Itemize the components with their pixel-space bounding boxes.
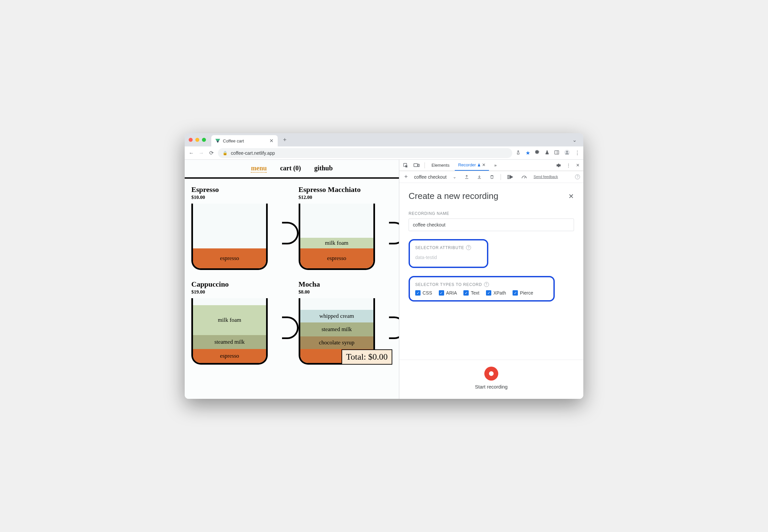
profile-icon[interactable] <box>564 149 570 157</box>
checkbox-text[interactable]: ✓Text <box>463 290 479 296</box>
separator <box>425 162 425 168</box>
side-panel-icon[interactable] <box>554 150 559 156</box>
svg-rect-0 <box>555 150 559 154</box>
cup: espresso <box>191 204 285 270</box>
reload-button[interactable]: ⟳ <box>208 150 215 156</box>
nav-github[interactable]: github <box>314 164 333 173</box>
product-price: $12.00 <box>299 195 393 200</box>
close-panel-icon[interactable]: ✕ <box>568 192 574 200</box>
browser-window: Coffee cart ✕ + ⌄ ← → ⟳ 🔒 coffee-cart.ne… <box>185 133 583 399</box>
recorder-body: Create a new recording ✕ RECORDING NAME … <box>399 183 583 360</box>
browser-tab[interactable]: Coffee cart ✕ <box>211 135 278 146</box>
product-price: $8.00 <box>299 289 393 295</box>
cup-handle <box>389 316 399 339</box>
cup: milk foam steamed milk espresso <box>191 298 285 365</box>
layer-whipped-cream: whipped cream <box>300 310 373 322</box>
checkbox-css[interactable]: ✓CSS <box>415 290 432 296</box>
product-cappuccino[interactable]: Cappuccino $19.00 milk foam steamed milk… <box>191 280 285 365</box>
chrome-top: Coffee cart ✕ + ⌄ ← → ⟳ 🔒 coffee-cart.ne… <box>185 133 583 160</box>
start-recording-button[interactable] <box>484 367 498 381</box>
inspect-element-icon[interactable] <box>401 163 410 168</box>
import-icon[interactable] <box>475 174 483 180</box>
new-tab-button[interactable]: + <box>280 136 289 143</box>
layer-milk-foam: milk foam <box>193 305 266 335</box>
forward-button[interactable]: → <box>198 150 205 156</box>
nav-cart[interactable]: cart (0) <box>280 164 301 173</box>
cart-total[interactable]: Total: $0.00 <box>341 349 392 365</box>
layer-chocolate-syrup: chocolate syrup <box>300 336 373 349</box>
url-bar[interactable]: 🔒 coffee-cart.netlify.app <box>218 148 512 158</box>
selector-attribute-input[interactable] <box>415 253 482 262</box>
settings-icon[interactable] <box>554 163 563 168</box>
delete-icon[interactable] <box>488 174 496 180</box>
close-window-button[interactable] <box>189 138 193 142</box>
export-icon[interactable] <box>463 174 471 180</box>
layer-steamed-milk: steamed milk <box>193 335 266 349</box>
back-button[interactable]: ← <box>188 150 195 156</box>
selector-attribute-label: SELECTOR ATTRIBUTE ? <box>415 245 482 250</box>
selector-types-row: ✓CSS ✓ARIA ✓Text ✓XPath ✓Pierce <box>415 290 548 296</box>
tab-elements[interactable]: Elements <box>428 160 453 171</box>
window-controls <box>189 138 206 142</box>
svg-rect-6 <box>418 164 420 167</box>
current-recording-name: coffee checkout <box>414 174 447 180</box>
flask-icon <box>477 163 481 167</box>
product-name: Espresso Macchiato <box>299 185 393 194</box>
page-nav: menu cart (0) github <box>185 160 399 177</box>
help-icon[interactable]: ? <box>484 282 489 287</box>
product-espresso-macchiato[interactable]: Espresso Macchiato $12.00 milk foam espr… <box>299 185 393 270</box>
share-icon[interactable] <box>516 150 521 156</box>
start-recording-label: Start recording <box>475 384 508 390</box>
selector-types-box: SELECTOR TYPES TO RECORD ? ✓CSS ✓ARIA ✓T… <box>409 276 555 302</box>
tab-recorder[interactable]: Recorder ✕ <box>455 160 489 171</box>
nav-menu[interactable]: menu <box>251 164 267 173</box>
tab-more[interactable]: » <box>491 160 500 171</box>
svg-rect-7 <box>508 175 509 179</box>
page-content: menu cart (0) github Espresso $10.00 esp… <box>185 160 399 399</box>
recorder-toolbar: + coffee checkout ⌄ Se <box>399 171 583 183</box>
cup: milk foam espresso <box>299 204 393 270</box>
layer-espresso: espresso <box>193 248 266 268</box>
recording-name-input[interactable] <box>409 219 574 231</box>
chrome-menu-icon[interactable]: ⋮ <box>575 150 580 156</box>
panel-title: Create a new recording ✕ <box>409 191 574 201</box>
product-espresso[interactable]: Espresso $10.00 espresso <box>191 185 285 270</box>
vue-icon <box>215 139 220 143</box>
close-devtools-icon[interactable]: ✕ <box>574 163 581 168</box>
product-name: Espresso <box>191 185 285 194</box>
extensions-icon[interactable] <box>535 150 540 156</box>
svg-point-3 <box>566 150 568 152</box>
recorder-footer: Start recording <box>399 360 583 399</box>
labs-icon[interactable] <box>545 150 549 156</box>
tab-bar: Coffee cart ✕ + ⌄ <box>185 133 583 146</box>
help-icon[interactable]: ? <box>466 245 471 250</box>
checkbox-xpath[interactable]: ✓XPath <box>486 290 506 296</box>
devtools-tab-bar: Elements Recorder ✕ » ⋮ ✕ <box>399 160 583 171</box>
cup-handle <box>389 222 399 244</box>
performance-icon[interactable] <box>520 175 529 179</box>
minimize-window-button[interactable] <box>195 138 199 142</box>
checkbox-aria[interactable]: ✓ARIA <box>439 290 457 296</box>
help-icon[interactable]: ? <box>575 174 580 179</box>
product-name: Mocha <box>299 280 393 289</box>
product-price: $10.00 <box>191 195 285 200</box>
tab-overflow-button[interactable]: ⌄ <box>570 137 579 143</box>
send-feedback-link[interactable]: Send feedback <box>533 175 558 179</box>
devtools-panel: Elements Recorder ✕ » ⋮ ✕ + coffee check… <box>399 160 583 399</box>
close-tab-button[interactable]: ✕ <box>269 138 274 144</box>
cup-handle <box>282 222 299 244</box>
toolbar-icons: ★ ⋮ <box>516 149 580 157</box>
close-tab-icon[interactable]: ✕ <box>482 162 486 167</box>
maximize-window-button[interactable] <box>202 138 206 142</box>
checkbox-pierce[interactable]: ✓Pierce <box>513 290 533 296</box>
tab-title: Coffee cart <box>223 138 244 143</box>
bookmark-icon[interactable]: ★ <box>526 150 530 156</box>
recording-name-label: RECORDING NAME <box>409 211 574 216</box>
device-toggle-icon[interactable] <box>412 163 421 168</box>
kebab-menu-icon[interactable]: ⋮ <box>565 163 572 168</box>
replay-icon[interactable] <box>506 175 515 179</box>
product-name: Cappuccino <box>191 280 285 289</box>
url-text: coffee-cart.netlify.app <box>231 150 275 156</box>
dropdown-icon[interactable]: ⌄ <box>451 174 458 179</box>
add-recording-icon[interactable]: + <box>403 173 410 180</box>
